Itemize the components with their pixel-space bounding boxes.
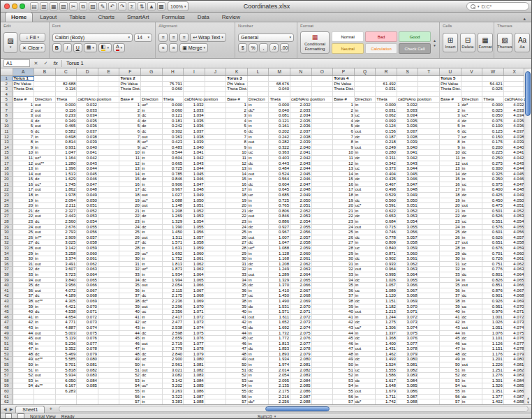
- cell-R43[interactable]: 1.151: [376, 298, 397, 304]
- new-workbook-icon[interactable]: ▤: [30, 2, 38, 10]
- cell-X49[interactable]: 4.075: [503, 330, 525, 336]
- align-center-button[interactable]: ≡: [169, 33, 178, 42]
- insert-button[interactable]: ⊞Insert: [443, 33, 458, 52]
- cell-X3[interactable]: [503, 87, 525, 92]
- cell-Q3[interactable]: [354, 87, 376, 92]
- cell-Q17[interactable]: in: [354, 161, 376, 166]
- cell-T53[interactable]: [418, 351, 440, 357]
- cell-E22[interactable]: [98, 187, 119, 193]
- cell-E53[interactable]: [98, 351, 119, 357]
- cell-U11[interactable]: 6: [440, 128, 461, 134]
- cell-U8[interactable]: 3: [440, 113, 461, 119]
- cell-F4[interactable]: [119, 91, 141, 97]
- cell-C6[interactable]: 0.000: [55, 102, 77, 108]
- cell-K25[interactable]: 20: [226, 203, 248, 209]
- cell-L45[interactable]: in: [247, 309, 269, 315]
- cell-H35[interactable]: 1.752: [162, 256, 184, 262]
- cell-W12[interactable]: 0.150: [482, 134, 504, 140]
- cell-U45[interactable]: 40: [440, 309, 461, 315]
- col-header-A[interactable]: A: [13, 68, 34, 76]
- cell-K18[interactable]: 13: [226, 166, 248, 172]
- cell-M48[interactable]: 1.692: [269, 325, 290, 330]
- cell-K2[interactable]: Phi Value: [226, 81, 248, 87]
- cell-B33[interactable]: out: [34, 246, 56, 251]
- cell-C47[interactable]: 4.771: [55, 320, 77, 325]
- cell-X57[interactable]: 4.083: [503, 373, 525, 378]
- cell-L28[interactable]: in: [247, 219, 269, 225]
- cell-W50[interactable]: 1.101: [482, 336, 504, 341]
- row-header-7[interactable]: 7: [1, 108, 13, 113]
- cell-L33[interactable]: uc*: [247, 246, 269, 251]
- cell-G3[interactable]: [140, 87, 162, 92]
- cell-Q2[interactable]: [354, 81, 376, 87]
- cell-C43[interactable]: 4.305: [55, 298, 77, 304]
- cell-B55[interactable]: in: [34, 362, 56, 368]
- cell-L19[interactable]: out: [247, 171, 269, 177]
- cell-K15[interactable]: 10: [226, 150, 248, 156]
- cell-Q14[interactable]: out: [354, 145, 376, 150]
- cell-D2[interactable]: [77, 81, 98, 87]
- cell-T49[interactable]: [418, 330, 440, 336]
- cell-T20[interactable]: [418, 177, 440, 182]
- cell-G35[interactable]: in: [140, 256, 162, 262]
- cell-T4[interactable]: [418, 91, 440, 97]
- cell-G62[interactable]: in: [140, 399, 162, 404]
- cell-T22[interactable]: [418, 187, 440, 193]
- cell-V3[interactable]: [461, 87, 482, 92]
- cell-I6[interactable]: 1.032: [184, 102, 205, 108]
- cell-L37[interactable]: in: [247, 267, 269, 272]
- cell-S62[interactable]: 3.088: [397, 399, 418, 404]
- cell-O18[interactable]: [311, 166, 333, 172]
- cell-D47[interactable]: 0.073: [77, 320, 98, 325]
- cell-E33[interactable]: [98, 246, 119, 251]
- cell-L1[interactable]: [247, 76, 269, 82]
- cell-Q7[interactable]: in: [354, 108, 376, 113]
- cell-S22[interactable]: 3.048: [397, 187, 418, 193]
- cell-D49[interactable]: 0.075: [77, 330, 98, 336]
- cell-L57[interactable]: in: [247, 373, 269, 378]
- cell-H60[interactable]: 3.263: [162, 389, 184, 395]
- cell-A59[interactable]: 54: [13, 383, 34, 389]
- cell-I17[interactable]: 1.043: [184, 161, 205, 166]
- cell-L59[interactable]: in: [247, 383, 269, 389]
- cell-U12[interactable]: 7: [440, 134, 461, 140]
- cell-N60[interactable]: 2.086: [290, 389, 312, 395]
- cell-X54[interactable]: 4.080: [503, 357, 525, 362]
- cell-D28[interactable]: 0.054: [77, 219, 98, 225]
- cell-U22[interactable]: 17: [440, 187, 461, 193]
- cell-E3[interactable]: [98, 87, 119, 92]
- col-header-O[interactable]: O: [311, 68, 333, 76]
- cell-E16[interactable]: [98, 155, 119, 161]
- cell-K57[interactable]: 52: [226, 373, 248, 378]
- cell-O22[interactable]: [311, 187, 333, 193]
- cell-O56[interactable]: [311, 367, 333, 373]
- cell-W49[interactable]: 1.076: [482, 330, 504, 336]
- cell-D10[interactable]: 0.036: [77, 124, 98, 129]
- select-all-corner[interactable]: [1, 68, 13, 76]
- cell-C23[interactable]: 1.978: [55, 193, 77, 198]
- cell-S6[interactable]: 3.032: [397, 102, 418, 108]
- cell-T28[interactable]: [418, 219, 440, 225]
- cell-X46[interactable]: 4.072: [503, 314, 525, 320]
- cell-G36[interactable]: in: [140, 261, 162, 267]
- cell-M11[interactable]: 0.202: [269, 128, 290, 134]
- cell-K39[interactable]: 34: [226, 277, 248, 283]
- cell-H1[interactable]: [162, 76, 184, 82]
- cell-H9[interactable]: 0.181: [162, 118, 184, 124]
- increase-indent-button[interactable]: »: [169, 43, 178, 52]
- cell-O52[interactable]: [311, 346, 333, 352]
- cell-D57[interactable]: 0.083: [77, 373, 98, 378]
- cell-P9[interactable]: 4: [333, 118, 355, 124]
- cell-V62[interactable]: in: [461, 399, 482, 404]
- cell-S3[interactable]: [397, 87, 418, 92]
- cell-X12[interactable]: 4.038: [503, 134, 525, 140]
- cell-X5[interactable]: caDNAno position: [503, 97, 525, 103]
- cell-K17[interactable]: 12: [226, 161, 248, 166]
- cell-I20[interactable]: 1.046: [184, 177, 205, 182]
- cell-E40[interactable]: [98, 283, 119, 288]
- cell-H46[interactable]: 2.417: [162, 314, 184, 320]
- cell-G38[interactable]: in: [140, 272, 162, 277]
- cell-C24[interactable]: 2.094: [55, 198, 77, 203]
- cell-L2[interactable]: [247, 81, 269, 87]
- cell-W44[interactable]: 0.951: [482, 304, 504, 309]
